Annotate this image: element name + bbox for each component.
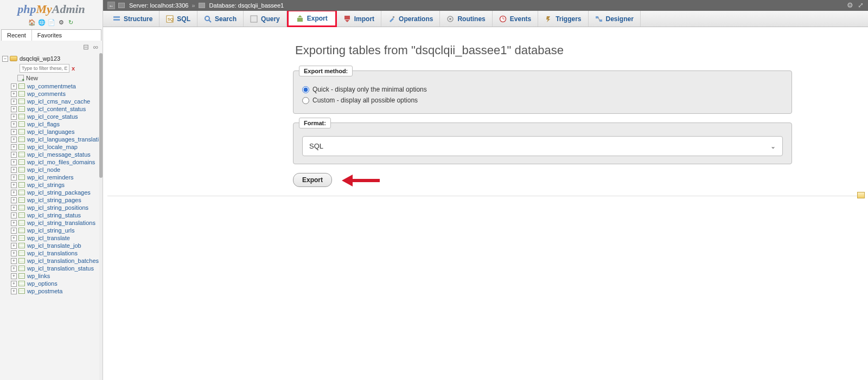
table-name[interactable]: wp_icl_cms_nav_cache [27,98,90,105]
table-name[interactable]: wp_links [27,273,50,279]
tab-sql[interactable]: SQLSQL [159,11,197,27]
format-select[interactable]: SQL ⌄ [302,136,783,156]
back-icon[interactable]: ← [107,2,115,9]
table-node[interactable]: +wp_links [1,272,103,280]
radio-quick-input[interactable] [302,86,309,93]
expand-toggle-icon[interactable]: + [11,167,17,173]
table-node[interactable]: +wp_comments [1,90,103,98]
tab-import[interactable]: Import [337,11,381,27]
table-node[interactable]: +wp_icl_core_status [1,113,103,120]
table-node[interactable]: +wp_icl_languages [1,128,103,136]
collapse-toggle-icon[interactable]: − [2,56,8,62]
expand-toggle-icon[interactable]: + [11,205,17,211]
table-name[interactable]: wp_comments [27,91,66,97]
expand-toggle-icon[interactable]: + [11,197,17,203]
tab-events[interactable]: Events [493,11,538,27]
table-name[interactable]: wp_icl_flags [27,121,60,127]
logout-icon[interactable]: 🌐 [38,18,46,26]
table-node[interactable]: +wp_icl_string_urls [1,227,103,234]
table-name[interactable]: wp_icl_string_positions [27,204,88,211]
table-name[interactable]: wp_icl_translations [27,250,78,256]
table-node[interactable]: +wp_icl_string_status [1,211,103,219]
breadcrumb-server[interactable]: Server: localhost:3306 [129,2,188,9]
tab-favorites[interactable]: Favorites [32,30,67,41]
radio-quick[interactable]: Quick - display only the minimal options [302,84,783,95]
logo[interactable]: phpMyAdmin [0,0,103,17]
table-node[interactable]: +wp_icl_translation_batches [1,257,103,265]
table-node[interactable]: +wp_icl_languages_translati [1,136,103,143]
expand-toggle-icon[interactable]: + [11,250,17,256]
table-name[interactable]: wp_icl_translation_status [27,265,94,272]
export-go-button[interactable]: Export [293,173,332,187]
table-node[interactable]: +wp_icl_string_pages [1,196,103,204]
table-node[interactable]: +wp_icl_node [1,166,103,173]
home-icon[interactable]: 🏠 [28,18,36,26]
table-name[interactable]: wp_icl_node [27,166,60,173]
tab-query[interactable]: Query [244,11,287,27]
table-name[interactable]: wp_options [27,280,58,287]
table-name[interactable]: wp_icl_languages [27,128,74,135]
table-node[interactable]: +wp_icl_flags [1,120,103,128]
expand-toggle-icon[interactable]: + [11,266,17,272]
table-name[interactable]: wp_icl_mo_files_domains [27,159,95,165]
table-node[interactable]: +wp_icl_translate_job [1,242,103,249]
table-node[interactable]: +wp_icl_string_translations [1,219,103,227]
new-table-link[interactable]: New [1,74,103,82]
expand-toggle-icon[interactable]: + [11,114,17,120]
table-node[interactable]: +wp_icl_translations [1,249,103,257]
expand-toggle-icon[interactable]: + [11,83,17,89]
table-node[interactable]: +wp_icl_cms_nav_cache [1,98,103,105]
tab-triggers[interactable]: Triggers [538,11,588,27]
table-node[interactable]: +wp_icl_string_positions [1,204,103,211]
docs-icon[interactable]: 📄 [48,18,55,26]
table-name[interactable]: wp_icl_translate [27,235,70,241]
table-name[interactable]: wp_icl_message_status [27,151,91,158]
tab-routines[interactable]: Routines [440,11,492,27]
radio-custom-input[interactable] [302,97,309,104]
expand-toggle-icon[interactable]: + [11,144,17,150]
expand-icon[interactable]: ⤢ [858,1,864,9]
table-name[interactable]: wp_postmeta [27,288,62,294]
expand-toggle-icon[interactable]: + [11,288,17,294]
table-name[interactable]: wp_icl_string_translations [27,220,95,226]
table-name[interactable]: wp_icl_reminders [27,174,74,181]
table-name[interactable]: wp_icl_translate_job [27,242,81,249]
table-name[interactable]: wp_icl_string_packages [27,189,91,196]
table-name[interactable]: wp_icl_string_urls [27,227,74,234]
collapse-icon[interactable]: ⊟ [83,43,89,51]
tree-scrollbar[interactable] [99,53,103,380]
expand-toggle-icon[interactable]: + [11,137,17,143]
table-name[interactable]: wp_icl_core_status [27,113,78,120]
settings-icon[interactable]: ⚙ [58,18,65,26]
tab-search[interactable]: Search [197,11,244,27]
expand-toggle-icon[interactable]: + [11,159,17,165]
expand-toggle-icon[interactable]: + [11,273,17,279]
table-name[interactable]: wp_icl_languages_translati [27,136,99,143]
table-node[interactable]: +wp_commentmeta [1,82,103,90]
table-name[interactable]: wp_icl_content_status [27,106,86,112]
db-node[interactable]: − dsqclqii_wp123 [1,54,103,63]
expand-toggle-icon[interactable]: + [11,235,17,241]
tab-operations[interactable]: Operations [381,11,440,27]
table-node[interactable]: +wp_options [1,280,103,287]
table-name[interactable]: wp_icl_string_pages [27,197,81,203]
table-name[interactable]: wp_icl_translation_batches [27,257,99,264]
table-filter-input[interactable] [20,64,69,73]
table-node[interactable]: +wp_icl_mo_files_domains [1,158,103,166]
table-name[interactable]: wp_icl_string_status [27,212,81,218]
expand-toggle-icon[interactable]: + [11,175,17,181]
table-node[interactable]: +wp_icl_locale_map [1,143,103,151]
expand-toggle-icon[interactable]: + [11,190,17,196]
table-node[interactable]: +wp_icl_translation_status [1,265,103,272]
tab-export[interactable]: Export [287,10,337,27]
expand-toggle-icon[interactable]: + [11,228,17,234]
table-node[interactable]: +wp_icl_translate [1,234,103,242]
table-node[interactable]: +wp_postmeta [1,287,103,295]
table-name[interactable]: wp_icl_locale_map [27,144,78,150]
table-name[interactable]: wp_commentmeta [27,83,76,89]
table-name[interactable]: wp_icl_strings [27,182,65,188]
expand-toggle-icon[interactable]: + [11,220,17,226]
unlink-icon[interactable]: ∞ [93,43,98,51]
expand-toggle-icon[interactable]: + [11,152,17,158]
table-node[interactable]: +wp_icl_content_status [1,105,103,113]
